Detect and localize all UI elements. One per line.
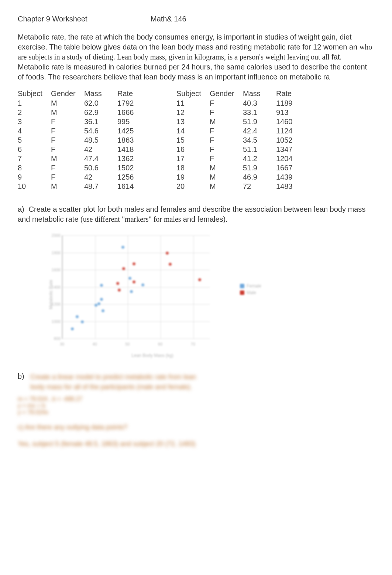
table-cell: M (51, 182, 84, 191)
table-cell: 40.3 (243, 99, 276, 108)
table-cell: 1347 (276, 145, 313, 154)
x-tick: 40 (89, 342, 100, 346)
x-tick: 60 (155, 342, 166, 346)
table-cell: F (51, 117, 84, 126)
eq-line1: m = 78.024 , b = -488.27 (18, 396, 374, 402)
y-tick: 800 (50, 336, 61, 341)
table-cell: F (51, 136, 84, 145)
table-cell: 1418 (117, 145, 154, 154)
table-cell: M (210, 117, 243, 126)
equation-block: m = 78.024 , b = -488.27 y = mx + b y = … (18, 396, 374, 416)
table-cell: 1425 (117, 126, 154, 136)
table-cell: M (51, 99, 84, 108)
table-cell: F (51, 163, 84, 173)
y-tick: 1800 (50, 251, 61, 255)
table-cell: 36.1 (84, 117, 117, 126)
table-cell: M (51, 154, 84, 163)
table-cell: 1792 (117, 99, 154, 108)
table-cell: M (210, 163, 243, 173)
question-b-line2: body mass for all of the participants (m… (30, 382, 196, 392)
table-cell: 19 (176, 173, 210, 182)
table-cell: 6 (18, 145, 51, 154)
table-cell: 1614 (117, 182, 154, 191)
table-cell: 1052 (276, 136, 313, 145)
table-cell: 1189 (276, 99, 313, 108)
scatter-point (122, 267, 125, 270)
table-cell: 20 (176, 182, 210, 191)
table-row: 8F50.6150218M51.91667 (18, 163, 313, 173)
table-row: 2M62.9166612F33.1913 (18, 108, 313, 117)
x-axis-label: Lean Body Mass (kg) (131, 353, 173, 358)
table-row: 1M62.0179211F40.31189 (18, 99, 313, 108)
scatter-point (118, 289, 121, 292)
scatter-point (94, 304, 97, 307)
question-b-label: b) (18, 372, 30, 381)
question-b-blurred: Create a linear model to predict metabol… (30, 372, 196, 392)
table-cell: 51.9 (243, 163, 276, 173)
table-cell: 48.5 (84, 136, 117, 145)
scatter-point (141, 283, 144, 286)
table-cell: 1863 (117, 136, 154, 145)
table-cell: 72 (243, 182, 276, 191)
table-cell: 1667 (276, 163, 313, 173)
legend-label-male: Male (247, 290, 256, 295)
table-cell: 62.9 (84, 108, 117, 117)
scatter-point (198, 278, 201, 281)
x-tick: 30 (56, 342, 68, 346)
legend-swatch-male (240, 290, 244, 295)
table-cell: F (210, 136, 243, 145)
scatter-point (71, 327, 74, 330)
table-cell: F (210, 126, 243, 136)
table-cell: 1666 (117, 108, 154, 117)
legend-female: Female (240, 283, 261, 289)
table-cell: 48.7 (84, 182, 117, 191)
table-cell: 46.9 (243, 173, 276, 182)
th-mass-2: Mass (243, 89, 276, 99)
y-tick: 2000 (50, 233, 61, 238)
table-cell: 2 (18, 108, 51, 117)
table-cell: 1256 (117, 173, 154, 182)
table-cell: F (210, 154, 243, 163)
scatter-point (166, 252, 169, 255)
plot-area (62, 235, 210, 339)
intro-part1: Metabolic rate, the rate at which the bo… (18, 33, 357, 51)
table-cell: F (210, 108, 243, 117)
table-cell: 1483 (276, 182, 313, 191)
scatter-point (133, 262, 135, 265)
table-header-row: Subject Gender Mass Rate Subject Gender … (18, 89, 313, 99)
table-cell: 1460 (276, 117, 313, 126)
table-cell: 9 (18, 173, 51, 182)
table-row: 5F48.5186315F34.51052 (18, 136, 313, 145)
scatter-point (128, 277, 131, 280)
question-a-label: a) (18, 204, 27, 214)
table-cell: 13 (176, 117, 210, 126)
answer-c-blurred: Yes, subject 5 (female 48.5, 1863) and s… (18, 439, 374, 449)
y-tick: 1200 (50, 302, 61, 306)
y-tick: 1000 (50, 319, 61, 324)
legend-label-female: Female (247, 283, 261, 289)
question-a-serif: (use different "markers" for males (80, 215, 183, 223)
table-cell: 5 (18, 136, 51, 145)
header-left: Chapter 9 Worksheet (18, 15, 151, 23)
scatter-point (102, 309, 104, 312)
header-right: Math& 146 (151, 15, 186, 23)
table-cell: 1204 (276, 154, 313, 163)
question-a: a) Create a scatter plot for both males … (18, 204, 374, 224)
scatter-chart: Metabolic Rate Lean Body Mass (kg) Femal… (32, 228, 272, 361)
table-cell: 18 (176, 163, 210, 173)
table-cell: 34.5 (243, 136, 276, 145)
question-b-line1: Create a linear model to predict metabol… (30, 372, 196, 382)
table-cell: 54.6 (84, 126, 117, 136)
table-cell: 913 (276, 108, 313, 117)
scatter-point (133, 280, 135, 283)
table-cell: 11 (176, 99, 210, 108)
page-header: Chapter 9 Worksheet Math& 146 (18, 15, 374, 23)
table-cell: F (51, 173, 84, 182)
table-cell: 995 (117, 117, 154, 126)
table-cell: 42.4 (243, 126, 276, 136)
scatter-point (130, 290, 133, 293)
table-cell: F (51, 145, 84, 154)
table-cell: 3 (18, 117, 51, 126)
table-cell: 1362 (117, 154, 154, 163)
table-cell: M (210, 182, 243, 191)
